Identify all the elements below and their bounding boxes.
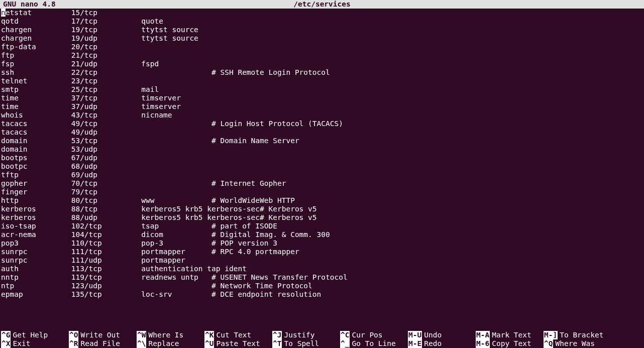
shortcut-key: ^K <box>204 331 214 339</box>
shortcut-label: Justify <box>284 331 314 339</box>
shortcut-to-spell[interactable]: ^TTo Spell <box>272 339 340 348</box>
file-line[interactable]: time 37/tcp timserver <box>1 94 643 102</box>
file-line[interactable]: chargen 19/udp ttytst source <box>1 34 643 43</box>
titlebar: GNU nano 4.8 /etc/services <box>0 0 644 9</box>
file-line[interactable]: ftp 21/tcp <box>1 51 643 60</box>
file-line[interactable]: finger 79/tcp <box>1 188 643 196</box>
shortcut-key: ^X <box>1 339 11 348</box>
file-line[interactable]: iso-tsap 102/tcp tsap # part of ISODE <box>1 222 643 230</box>
shortcut-key: ^U <box>204 339 214 348</box>
shortcut-key: M-U <box>408 331 422 339</box>
shortcut-label: Get Help <box>13 331 48 339</box>
file-line[interactable]: whois 43/tcp nicname <box>1 111 643 120</box>
file-line[interactable]: telnet 23/tcp <box>1 77 643 85</box>
file-name: /etc/services <box>0 0 644 9</box>
file-line[interactable]: smtp 25/tcp mail <box>1 85 643 94</box>
shortcut-write-out[interactable]: ^OWrite Out <box>69 331 137 339</box>
shortcut-bar: ^GGet Help^OWrite Out^WWhere Is^KCut Tex… <box>0 331 644 348</box>
file-line[interactable]: domain 53/udp <box>1 145 643 154</box>
file-line[interactable]: domain 53/tcp # Domain Name Server <box>1 137 643 145</box>
file-line[interactable]: epmap 135/tcp loc-srv # DCE endpoint res… <box>1 290 643 299</box>
shortcut-key: ^R <box>69 339 78 348</box>
shortcut-label: Copy Text <box>492 339 531 348</box>
file-line[interactable]: chargen 19/tcp ttytst source <box>1 26 643 34</box>
shortcut-key: ^_ <box>340 339 350 348</box>
shortcut-undo[interactable]: M-UUndo <box>408 331 476 339</box>
shortcut-redo[interactable]: M-ERedo <box>408 339 476 348</box>
shortcut-read-file[interactable]: ^RRead File <box>69 339 137 348</box>
shortcut-cut-text[interactable]: ^KCut Text <box>204 331 272 339</box>
shortcut-justify[interactable]: ^JJustify <box>272 331 340 339</box>
shortcut-label: Paste Text <box>216 339 260 348</box>
file-line[interactable]: kerberos 88/udp kerberos5 krb5 kerberos-… <box>1 213 643 222</box>
file-line[interactable]: sunrpc 111/tcp portmapper # RPC 4.0 port… <box>1 248 643 256</box>
file-line[interactable]: gopher 70/tcp # Internet Gopher <box>1 179 643 188</box>
file-line[interactable]: acr-nema 104/tcp dicom # Digital Imag. &… <box>1 230 643 239</box>
shortcut-label: Redo <box>424 339 442 348</box>
shortcut-mark-text[interactable]: M-AMark Text <box>476 331 544 339</box>
shortcut-label: Go To Line <box>352 339 395 348</box>
file-line[interactable]: nntp 119/tcp readnews untp # USENET News… <box>1 273 643 282</box>
shortcut-where-was[interactable]: ^QWhere Was <box>544 339 602 348</box>
file-line[interactable]: tacacs 49/tcp # Login Host Protocol (TAC… <box>1 120 643 128</box>
shortcut-label: Cur Pos <box>352 331 382 339</box>
file-line[interactable]: http 80/tcp www # WorldWideWeb HTTP <box>1 196 643 205</box>
shortcut-key: ^\ <box>137 339 146 348</box>
cursor: n <box>1 9 6 17</box>
shortcut-label: To Bracket <box>560 331 603 339</box>
file-line[interactable]: ftp-data 20/tcp <box>1 43 643 51</box>
shortcut-key: M-A <box>476 331 490 339</box>
shortcut-exit[interactable]: ^XExit <box>1 339 69 348</box>
shortcut-key: ^T <box>272 339 282 348</box>
shortcut-key: ^J <box>272 331 282 339</box>
file-line[interactable]: ntp 123/udp # Network Time Protocol <box>1 282 643 290</box>
file-line[interactable]: time 37/udp timserver <box>1 102 643 111</box>
file-line[interactable]: tacacs 49/udp <box>1 128 643 137</box>
file-line[interactable]: tftp 69/udp <box>1 171 643 179</box>
shortcut-label: Mark Text <box>492 331 531 339</box>
file-line[interactable]: qotd 17/tcp quote <box>1 17 643 26</box>
shortcut-label: Where Was <box>555 339 595 348</box>
file-line[interactable]: netstat 15/tcp <box>1 9 643 17</box>
file-line[interactable]: auth 113/tcp authentication tap ident <box>1 265 643 273</box>
shortcut-key: ^W <box>137 331 146 339</box>
file-line[interactable]: sunrpc 111/udp portmapper <box>1 256 643 265</box>
shortcut-key: M-E <box>408 339 422 348</box>
shortcut-cur-pos[interactable]: ^CCur Pos <box>340 331 408 339</box>
file-line[interactable]: fsp 21/udp fspd <box>1 60 643 68</box>
file-line[interactable]: kerberos 88/tcp kerberos5 krb5 kerberos-… <box>1 205 643 213</box>
shortcut-to-bracket[interactable]: M-]To Bracket <box>544 331 602 339</box>
shortcut-label: To Spell <box>284 339 319 348</box>
shortcut-label: Read File <box>80 339 120 348</box>
shortcut-go-to-line[interactable]: ^_Go To Line <box>340 339 408 348</box>
shortcut-label: Exit <box>13 339 30 348</box>
shortcut-key: ^O <box>69 331 78 339</box>
file-line[interactable]: bootps 67/udp <box>1 154 643 162</box>
shortcut-label: Cut Text <box>216 331 251 339</box>
shortcut-key: M-] <box>544 331 558 339</box>
shortcut-where-is[interactable]: ^WWhere Is <box>137 331 204 339</box>
shortcut-key: M-6 <box>476 339 490 348</box>
shortcut-replace[interactable]: ^\Replace <box>137 339 204 348</box>
shortcut-get-help[interactable]: ^GGet Help <box>1 331 69 339</box>
shortcut-copy-text[interactable]: M-6Copy Text <box>476 339 544 348</box>
file-line[interactable]: bootpc 68/udp <box>1 162 643 171</box>
shortcut-row-1: ^GGet Help^OWrite Out^WWhere Is^KCut Tex… <box>1 331 643 339</box>
shortcut-label: Where Is <box>148 331 183 339</box>
file-line[interactable]: ssh 22/tcp # SSH Remote Login Protocol <box>1 68 643 77</box>
shortcut-key: ^Q <box>544 339 553 348</box>
shortcut-label: Write Out <box>80 331 120 339</box>
shortcut-key: ^G <box>1 331 11 339</box>
editor-content[interactable]: netstat 15/tcp qotd 17/tcp quote chargen… <box>0 9 644 299</box>
file-line[interactable]: pop3 110/tcp pop-3 # POP version 3 <box>1 239 643 248</box>
shortcut-key: ^C <box>340 331 350 339</box>
shortcut-row-2: ^XExit^RRead File^\Replace^UPaste Text^T… <box>1 339 643 348</box>
shortcut-label: Undo <box>424 331 442 339</box>
shortcut-paste-text[interactable]: ^UPaste Text <box>204 339 272 348</box>
shortcut-label: Replace <box>148 339 179 348</box>
